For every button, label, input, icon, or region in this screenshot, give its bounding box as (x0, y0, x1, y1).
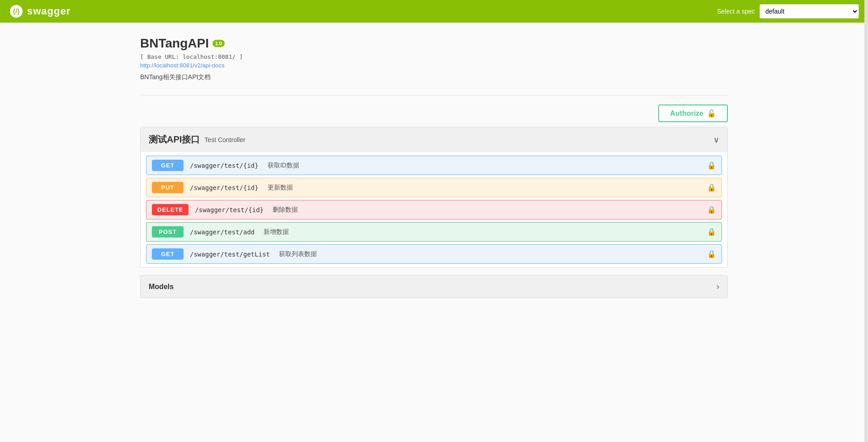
api-title: BNTangAPI (140, 36, 209, 51)
models-section: Models › (140, 275, 728, 298)
lock-open-icon: 🔓 (707, 109, 716, 118)
endpoint-row[interactable]: GET /swagger/test/{id} 获取ID数据 🔒 (146, 156, 722, 175)
authorize-button[interactable]: Authorize 🔓 (658, 105, 728, 122)
api-docs-link[interactable]: http://localhost:8081/v2/api-docs (140, 62, 728, 69)
endpoints-list: GET /swagger/test/{id} 获取ID数据 🔒 PUT /swa… (141, 152, 727, 267)
method-badge-post: POST (152, 226, 184, 238)
endpoint-path: /swagger/test/{id} (195, 206, 264, 214)
models-header[interactable]: Models › (141, 276, 727, 298)
controller-title: 测试API接口 Test Controller (149, 133, 245, 146)
base-url: [ Base URL: localhost:8081/ ] (140, 53, 728, 60)
endpoint-description: 新增数据 (264, 228, 289, 236)
models-title: Models (149, 283, 174, 291)
endpoint-left: DELETE /swagger/test/{id} 删除数据 (152, 204, 298, 215)
controller-header[interactable]: 测试API接口 Test Controller ∨ (141, 127, 727, 152)
method-badge-put: PUT (152, 182, 184, 193)
endpoint-row[interactable]: POST /swagger/test/add 新增数据 🔒 (146, 222, 722, 242)
endpoint-left: POST /swagger/test/add 新增数据 (152, 226, 289, 238)
endpoint-description: 更新数据 (268, 184, 293, 192)
authorize-label: Authorize (670, 109, 703, 118)
method-badge-get: GET (152, 160, 184, 171)
endpoint-row[interactable]: GET /swagger/test/getList 获取列表数据 🔒 (146, 244, 722, 264)
endpoint-description: 删除数据 (273, 206, 298, 214)
version-badge: 1.0 (212, 40, 225, 47)
chevron-down-icon: ∨ (713, 135, 719, 145)
endpoint-path: /swagger/test/{id} (190, 184, 259, 191)
endpoint-path: /swagger/test/{id} (190, 162, 259, 169)
lock-icon: 🔒 (707, 205, 716, 214)
lock-icon: 🔒 (707, 161, 716, 170)
endpoint-description: 获取ID数据 (268, 162, 299, 170)
endpoint-description: 获取列表数据 (279, 250, 317, 258)
brand-title: swagger (27, 5, 71, 17)
spec-selector-area: Select a spec default (717, 4, 859, 19)
api-info: BNTangAPI 1.0 [ Base URL: localhost:8081… (140, 36, 728, 81)
endpoint-path: /swagger/test/add (190, 228, 255, 236)
spec-label: Select a spec (717, 8, 755, 15)
endpoint-path: /swagger/test/getList (190, 251, 270, 258)
spec-select[interactable]: default (760, 4, 859, 19)
scrollbar[interactable] (864, 0, 868, 442)
svg-text:{/}: {/} (13, 8, 20, 15)
endpoint-left: PUT /swagger/test/{id} 更新数据 (152, 182, 293, 193)
endpoint-left: GET /swagger/test/{id} 获取ID数据 (152, 160, 299, 171)
endpoint-row[interactable]: PUT /swagger/test/{id} 更新数据 🔒 (146, 178, 722, 197)
lock-icon: 🔒 (707, 228, 716, 236)
controller-section: 测试API接口 Test Controller ∨ GET /swagger/t… (140, 127, 728, 268)
lock-icon: 🔒 (707, 183, 716, 192)
api-description: BNTang相关接口API文档 (140, 73, 728, 81)
navbar: {/} swagger Select a spec default (0, 0, 868, 23)
brand: {/} swagger (9, 4, 71, 19)
swagger-logo-icon: {/} (9, 4, 24, 19)
endpoint-left: GET /swagger/test/getList 获取列表数据 (152, 248, 317, 260)
controller-subtitle: Test Controller (204, 136, 245, 143)
endpoint-row[interactable]: DELETE /swagger/test/{id} 删除数据 🔒 (146, 200, 722, 219)
chevron-right-icon: › (717, 282, 719, 291)
controller-name: 测试API接口 (149, 133, 200, 146)
api-title-row: BNTangAPI 1.0 (140, 36, 728, 51)
authorize-area: Authorize 🔓 (140, 95, 728, 122)
method-badge-get: GET (152, 248, 184, 260)
main-content: BNTangAPI 1.0 [ Base URL: localhost:8081… (131, 23, 737, 312)
lock-icon: 🔒 (707, 250, 716, 258)
method-badge-delete: DELETE (152, 204, 189, 215)
